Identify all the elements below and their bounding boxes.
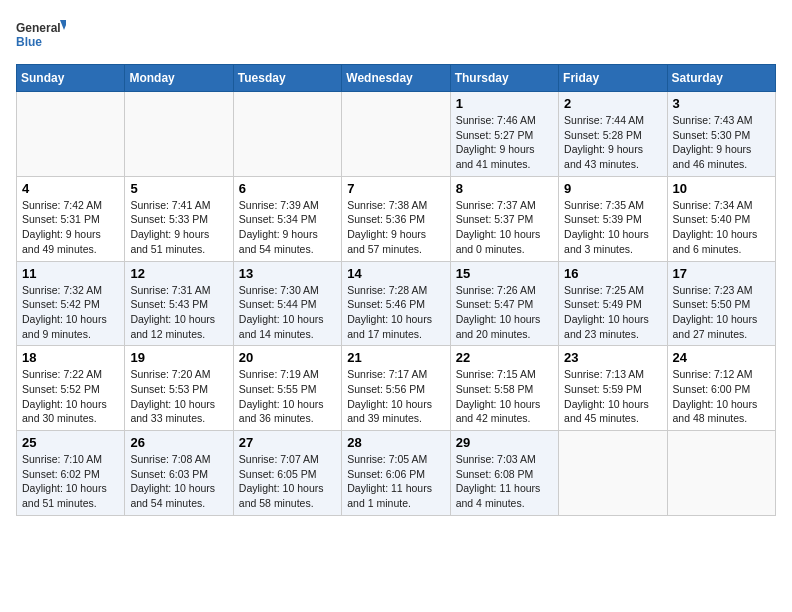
header-cell-thursday: Thursday bbox=[450, 65, 558, 92]
day-cell: 20Sunrise: 7:19 AM Sunset: 5:55 PM Dayli… bbox=[233, 346, 341, 431]
day-content: Sunrise: 7:42 AM Sunset: 5:31 PM Dayligh… bbox=[22, 198, 119, 257]
day-number: 26 bbox=[130, 435, 227, 450]
day-content: Sunrise: 7:15 AM Sunset: 5:58 PM Dayligh… bbox=[456, 367, 553, 426]
day-cell bbox=[233, 92, 341, 177]
day-cell bbox=[342, 92, 450, 177]
day-cell: 5Sunrise: 7:41 AM Sunset: 5:33 PM Daylig… bbox=[125, 176, 233, 261]
day-cell: 21Sunrise: 7:17 AM Sunset: 5:56 PM Dayli… bbox=[342, 346, 450, 431]
day-content: Sunrise: 7:28 AM Sunset: 5:46 PM Dayligh… bbox=[347, 283, 444, 342]
day-number: 8 bbox=[456, 181, 553, 196]
day-content: Sunrise: 7:39 AM Sunset: 5:34 PM Dayligh… bbox=[239, 198, 336, 257]
day-number: 21 bbox=[347, 350, 444, 365]
day-content: Sunrise: 7:20 AM Sunset: 5:53 PM Dayligh… bbox=[130, 367, 227, 426]
logo-svg: General Blue bbox=[16, 16, 66, 56]
day-cell: 16Sunrise: 7:25 AM Sunset: 5:49 PM Dayli… bbox=[559, 261, 667, 346]
day-content: Sunrise: 7:05 AM Sunset: 6:06 PM Dayligh… bbox=[347, 452, 444, 511]
day-number: 19 bbox=[130, 350, 227, 365]
day-content: Sunrise: 7:35 AM Sunset: 5:39 PM Dayligh… bbox=[564, 198, 661, 257]
header-cell-monday: Monday bbox=[125, 65, 233, 92]
day-number: 10 bbox=[673, 181, 770, 196]
day-content: Sunrise: 7:12 AM Sunset: 6:00 PM Dayligh… bbox=[673, 367, 770, 426]
day-content: Sunrise: 7:23 AM Sunset: 5:50 PM Dayligh… bbox=[673, 283, 770, 342]
calendar-table: SundayMondayTuesdayWednesdayThursdayFrid… bbox=[16, 64, 776, 516]
day-cell: 23Sunrise: 7:13 AM Sunset: 5:59 PM Dayli… bbox=[559, 346, 667, 431]
logo: General Blue bbox=[16, 16, 66, 56]
day-content: Sunrise: 7:25 AM Sunset: 5:49 PM Dayligh… bbox=[564, 283, 661, 342]
day-cell: 14Sunrise: 7:28 AM Sunset: 5:46 PM Dayli… bbox=[342, 261, 450, 346]
day-cell: 9Sunrise: 7:35 AM Sunset: 5:39 PM Daylig… bbox=[559, 176, 667, 261]
day-cell bbox=[667, 431, 775, 516]
day-content: Sunrise: 7:19 AM Sunset: 5:55 PM Dayligh… bbox=[239, 367, 336, 426]
day-cell: 13Sunrise: 7:30 AM Sunset: 5:44 PM Dayli… bbox=[233, 261, 341, 346]
day-cell: 28Sunrise: 7:05 AM Sunset: 6:06 PM Dayli… bbox=[342, 431, 450, 516]
day-content: Sunrise: 7:46 AM Sunset: 5:27 PM Dayligh… bbox=[456, 113, 553, 172]
day-content: Sunrise: 7:08 AM Sunset: 6:03 PM Dayligh… bbox=[130, 452, 227, 511]
day-cell: 11Sunrise: 7:32 AM Sunset: 5:42 PM Dayli… bbox=[17, 261, 125, 346]
day-content: Sunrise: 7:30 AM Sunset: 5:44 PM Dayligh… bbox=[239, 283, 336, 342]
day-content: Sunrise: 7:37 AM Sunset: 5:37 PM Dayligh… bbox=[456, 198, 553, 257]
day-content: Sunrise: 7:34 AM Sunset: 5:40 PM Dayligh… bbox=[673, 198, 770, 257]
day-cell bbox=[559, 431, 667, 516]
day-number: 5 bbox=[130, 181, 227, 196]
day-number: 23 bbox=[564, 350, 661, 365]
day-number: 3 bbox=[673, 96, 770, 111]
day-cell: 12Sunrise: 7:31 AM Sunset: 5:43 PM Dayli… bbox=[125, 261, 233, 346]
day-content: Sunrise: 7:44 AM Sunset: 5:28 PM Dayligh… bbox=[564, 113, 661, 172]
header-cell-tuesday: Tuesday bbox=[233, 65, 341, 92]
header-cell-wednesday: Wednesday bbox=[342, 65, 450, 92]
day-cell: 29Sunrise: 7:03 AM Sunset: 6:08 PM Dayli… bbox=[450, 431, 558, 516]
svg-text:Blue: Blue bbox=[16, 35, 42, 49]
day-number: 24 bbox=[673, 350, 770, 365]
header-cell-friday: Friday bbox=[559, 65, 667, 92]
day-cell: 22Sunrise: 7:15 AM Sunset: 5:58 PM Dayli… bbox=[450, 346, 558, 431]
day-cell: 17Sunrise: 7:23 AM Sunset: 5:50 PM Dayli… bbox=[667, 261, 775, 346]
day-number: 2 bbox=[564, 96, 661, 111]
day-content: Sunrise: 7:41 AM Sunset: 5:33 PM Dayligh… bbox=[130, 198, 227, 257]
day-content: Sunrise: 7:26 AM Sunset: 5:47 PM Dayligh… bbox=[456, 283, 553, 342]
day-number: 28 bbox=[347, 435, 444, 450]
day-cell: 2Sunrise: 7:44 AM Sunset: 5:28 PM Daylig… bbox=[559, 92, 667, 177]
day-cell bbox=[125, 92, 233, 177]
day-number: 18 bbox=[22, 350, 119, 365]
day-number: 20 bbox=[239, 350, 336, 365]
day-content: Sunrise: 7:03 AM Sunset: 6:08 PM Dayligh… bbox=[456, 452, 553, 511]
day-cell bbox=[17, 92, 125, 177]
day-cell: 24Sunrise: 7:12 AM Sunset: 6:00 PM Dayli… bbox=[667, 346, 775, 431]
day-number: 4 bbox=[22, 181, 119, 196]
svg-text:General: General bbox=[16, 21, 61, 35]
day-content: Sunrise: 7:32 AM Sunset: 5:42 PM Dayligh… bbox=[22, 283, 119, 342]
day-number: 6 bbox=[239, 181, 336, 196]
day-cell: 15Sunrise: 7:26 AM Sunset: 5:47 PM Dayli… bbox=[450, 261, 558, 346]
header-cell-saturday: Saturday bbox=[667, 65, 775, 92]
day-cell: 18Sunrise: 7:22 AM Sunset: 5:52 PM Dayli… bbox=[17, 346, 125, 431]
day-cell: 8Sunrise: 7:37 AM Sunset: 5:37 PM Daylig… bbox=[450, 176, 558, 261]
day-cell: 6Sunrise: 7:39 AM Sunset: 5:34 PM Daylig… bbox=[233, 176, 341, 261]
day-number: 15 bbox=[456, 266, 553, 281]
day-content: Sunrise: 7:22 AM Sunset: 5:52 PM Dayligh… bbox=[22, 367, 119, 426]
header-row: SundayMondayTuesdayWednesdayThursdayFrid… bbox=[17, 65, 776, 92]
day-cell: 19Sunrise: 7:20 AM Sunset: 5:53 PM Dayli… bbox=[125, 346, 233, 431]
day-cell: 4Sunrise: 7:42 AM Sunset: 5:31 PM Daylig… bbox=[17, 176, 125, 261]
day-cell: 27Sunrise: 7:07 AM Sunset: 6:05 PM Dayli… bbox=[233, 431, 341, 516]
week-row-1: 1Sunrise: 7:46 AM Sunset: 5:27 PM Daylig… bbox=[17, 92, 776, 177]
day-number: 7 bbox=[347, 181, 444, 196]
day-content: Sunrise: 7:43 AM Sunset: 5:30 PM Dayligh… bbox=[673, 113, 770, 172]
day-content: Sunrise: 7:07 AM Sunset: 6:05 PM Dayligh… bbox=[239, 452, 336, 511]
day-number: 29 bbox=[456, 435, 553, 450]
day-content: Sunrise: 7:31 AM Sunset: 5:43 PM Dayligh… bbox=[130, 283, 227, 342]
week-row-4: 18Sunrise: 7:22 AM Sunset: 5:52 PM Dayli… bbox=[17, 346, 776, 431]
day-cell: 26Sunrise: 7:08 AM Sunset: 6:03 PM Dayli… bbox=[125, 431, 233, 516]
page-header: General Blue bbox=[16, 16, 776, 56]
day-number: 14 bbox=[347, 266, 444, 281]
day-number: 1 bbox=[456, 96, 553, 111]
week-row-2: 4Sunrise: 7:42 AM Sunset: 5:31 PM Daylig… bbox=[17, 176, 776, 261]
day-number: 25 bbox=[22, 435, 119, 450]
day-number: 16 bbox=[564, 266, 661, 281]
week-row-5: 25Sunrise: 7:10 AM Sunset: 6:02 PM Dayli… bbox=[17, 431, 776, 516]
day-number: 11 bbox=[22, 266, 119, 281]
day-content: Sunrise: 7:13 AM Sunset: 5:59 PM Dayligh… bbox=[564, 367, 661, 426]
day-number: 9 bbox=[564, 181, 661, 196]
day-cell: 7Sunrise: 7:38 AM Sunset: 5:36 PM Daylig… bbox=[342, 176, 450, 261]
day-cell: 10Sunrise: 7:34 AM Sunset: 5:40 PM Dayli… bbox=[667, 176, 775, 261]
svg-marker-2 bbox=[60, 20, 66, 30]
